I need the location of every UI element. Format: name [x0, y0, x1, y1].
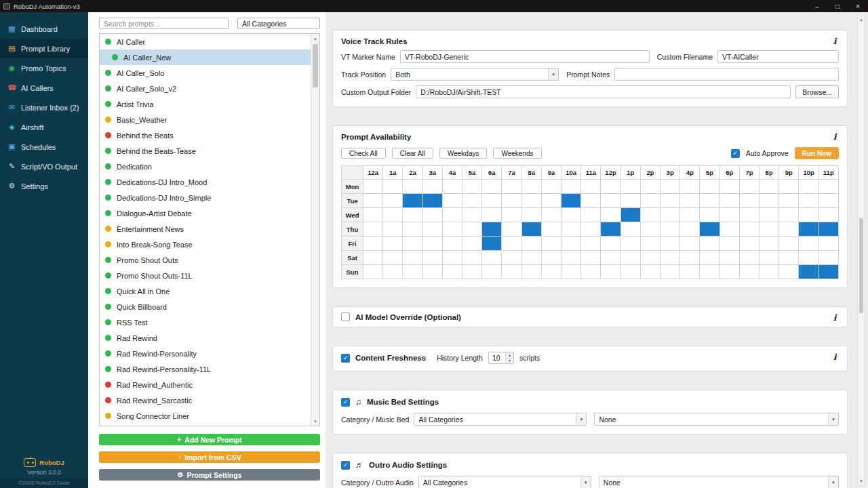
- slot-wed-11p[interactable]: [819, 208, 839, 222]
- slot-sun-7a[interactable]: [502, 265, 521, 279]
- slot-wed-3a[interactable]: [423, 208, 443, 222]
- slot-thu-10p[interactable]: [799, 222, 818, 237]
- slot-wed-6a[interactable]: [482, 208, 502, 222]
- slot-sat-2p[interactable]: [641, 251, 660, 265]
- slot-thu-6a[interactable]: [482, 222, 502, 237]
- slot-tue-9a[interactable]: [542, 194, 561, 208]
- slot-thu-4p[interactable]: [680, 222, 700, 237]
- stepper-up-icon[interactable]: ▲: [506, 352, 513, 359]
- slot-sat-4p[interactable]: [680, 251, 700, 265]
- info-icon[interactable]: i: [831, 131, 839, 142]
- slot-wed-1a[interactable]: [383, 208, 403, 222]
- list-item[interactable]: Dedications-DJ Intro_Mood: [100, 174, 311, 190]
- close-button[interactable]: ×: [848, 0, 868, 12]
- slot-wed-10a[interactable]: [561, 208, 581, 222]
- slot-fri-9p[interactable]: [779, 237, 799, 251]
- prompt-notes-input[interactable]: [614, 68, 839, 81]
- slot-sat-10a[interactable]: [561, 251, 581, 265]
- vt-marker-name-input[interactable]: [400, 50, 650, 63]
- slot-mon-6a[interactable]: [482, 180, 502, 194]
- list-item[interactable]: Into Break-Song Tease: [100, 237, 311, 252]
- slot-thu-2a[interactable]: [403, 222, 422, 237]
- slot-fri-7a[interactable]: [502, 237, 521, 251]
- slot-mon-8a[interactable]: [522, 180, 542, 194]
- slot-wed-3p[interactable]: [660, 208, 680, 222]
- slot-wed-8p[interactable]: [760, 208, 779, 222]
- slot-thu-7p[interactable]: [740, 222, 760, 237]
- list-item[interactable]: AI Caller_New: [100, 49, 311, 65]
- list-item[interactable]: RSS Test: [100, 314, 311, 330]
- slot-sun-11p[interactable]: [819, 265, 839, 279]
- slot-sat-1p[interactable]: [621, 251, 641, 265]
- scroll-up-icon[interactable]: ▲: [311, 34, 319, 43]
- slot-sun-6a[interactable]: [482, 265, 502, 279]
- list-item[interactable]: Quick Billboard: [100, 299, 311, 314]
- slot-wed-2a[interactable]: [403, 208, 422, 222]
- main-scrollbar[interactable]: ▲ ▼: [857, 14, 865, 486]
- slot-sun-12p[interactable]: [601, 265, 620, 279]
- custom-filename-input[interactable]: [717, 50, 839, 63]
- track-position-select[interactable]: Both ▼: [391, 68, 559, 81]
- slot-tue-11a[interactable]: [581, 194, 601, 208]
- slot-thu-3a[interactable]: [423, 222, 443, 237]
- sidebar-item-ai-callers[interactable]: ☎AI Callers: [0, 78, 88, 98]
- run-now-button[interactable]: Run Now: [795, 147, 839, 159]
- slot-sat-10p[interactable]: [799, 251, 818, 265]
- slot-sun-4p[interactable]: [680, 265, 700, 279]
- slot-tue-10p[interactable]: [799, 194, 818, 208]
- auto-approve-checkbox[interactable]: [731, 149, 740, 158]
- category-filter[interactable]: All Categories: [237, 18, 320, 29]
- slot-mon-9a[interactable]: [542, 180, 561, 194]
- slot-sun-1a[interactable]: [383, 265, 403, 279]
- slot-wed-6p[interactable]: [720, 208, 740, 222]
- slot-sat-12p[interactable]: [601, 251, 620, 265]
- slot-sun-11a[interactable]: [581, 265, 601, 279]
- slot-fri-10a[interactable]: [561, 237, 581, 251]
- slot-tue-4p[interactable]: [680, 194, 700, 208]
- music-bed-select[interactable]: None ▼: [594, 413, 839, 426]
- slot-thu-5p[interactable]: [700, 222, 719, 237]
- slot-wed-1p[interactable]: [621, 208, 641, 222]
- sidebar-item-schedules[interactable]: ▣Schedules: [0, 137, 88, 157]
- slot-sun-7p[interactable]: [740, 265, 760, 279]
- slot-sun-12a[interactable]: [363, 265, 383, 279]
- slot-wed-12a[interactable]: [363, 208, 383, 222]
- slot-fri-8p[interactable]: [760, 237, 779, 251]
- slot-mon-9p[interactable]: [779, 180, 799, 194]
- minimize-button[interactable]: –: [807, 0, 827, 12]
- slot-wed-4p[interactable]: [680, 208, 700, 222]
- slot-wed-9a[interactable]: [542, 208, 561, 222]
- slot-sun-5p[interactable]: [700, 265, 719, 279]
- slot-sun-2p[interactable]: [641, 265, 660, 279]
- sidebar-item-listener-inbox-2[interactable]: ✉Listener Inbox (2): [0, 98, 88, 117]
- slot-mon-12p[interactable]: [601, 180, 620, 194]
- slot-fri-3p[interactable]: [660, 237, 680, 251]
- scroll-down-icon[interactable]: ▼: [311, 417, 319, 426]
- slot-mon-5p[interactable]: [700, 180, 719, 194]
- sidebar-item-dashboard[interactable]: ▦Dashboard: [0, 19, 88, 39]
- slot-fri-11p[interactable]: [819, 237, 839, 251]
- list-item[interactable]: Rad Rewind_Authentic: [100, 377, 311, 392]
- slot-sun-6p[interactable]: [720, 265, 740, 279]
- outro-audio-checkbox[interactable]: [341, 461, 350, 470]
- slot-mon-11a[interactable]: [581, 180, 601, 194]
- slot-wed-11a[interactable]: [581, 208, 601, 222]
- slot-tue-5a[interactable]: [462, 194, 482, 208]
- search-input[interactable]: [99, 18, 229, 29]
- slot-mon-1p[interactable]: [621, 180, 641, 194]
- slot-tue-3a[interactable]: [423, 194, 443, 208]
- slot-thu-8p[interactable]: [760, 222, 779, 237]
- slot-tue-12a[interactable]: [363, 194, 383, 208]
- slot-tue-7p[interactable]: [740, 194, 760, 208]
- list-item[interactable]: Basic_Weather: [100, 112, 311, 127]
- slot-fri-1a[interactable]: [383, 237, 403, 251]
- slot-fri-12a[interactable]: [363, 237, 383, 251]
- sidebar-item-script-vo-output[interactable]: ✎Script/VO Output: [0, 157, 88, 176]
- slot-sun-3p[interactable]: [660, 265, 680, 279]
- slot-fri-5p[interactable]: [700, 237, 719, 251]
- outro-audio-select[interactable]: None ▼: [599, 476, 839, 488]
- list-item[interactable]: Song Into Break: [100, 424, 311, 426]
- slot-mon-2a[interactable]: [403, 180, 422, 194]
- list-item[interactable]: Song Connector Liner: [100, 408, 311, 424]
- slot-sat-7a[interactable]: [502, 251, 521, 265]
